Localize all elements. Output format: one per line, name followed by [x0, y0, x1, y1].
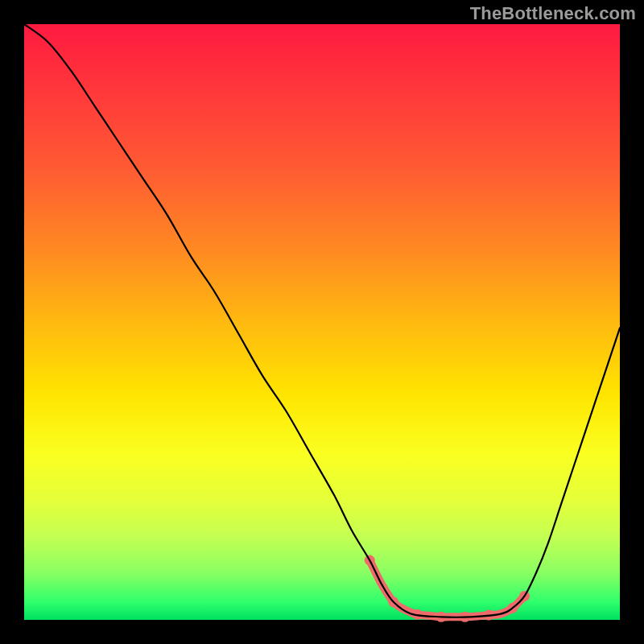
- highlight-segment: [369, 560, 524, 617]
- plot-area: [24, 24, 620, 620]
- curve-svg: [24, 24, 620, 620]
- chart-stage: TheBottleneck.com: [0, 0, 644, 644]
- watermark-label: TheBottleneck.com: [470, 3, 636, 24]
- bottleneck-curve: [24, 24, 620, 617]
